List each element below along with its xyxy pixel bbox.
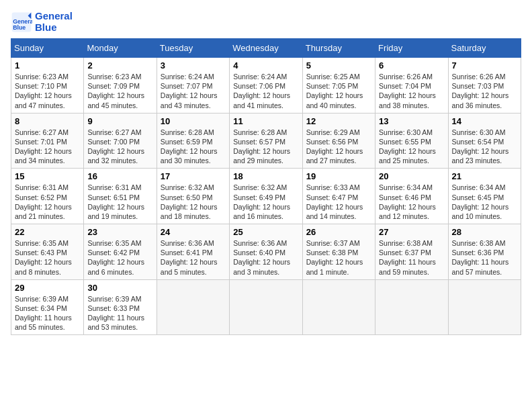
day-number: 25 <box>233 227 298 237</box>
day-number: 20 <box>379 171 444 181</box>
day-info: Sunrise: 6:33 AMSunset: 6:47 PMDaylight:… <box>306 183 371 221</box>
calendar-cell: 4 Sunrise: 6:24 AMSunset: 7:06 PMDayligh… <box>230 58 302 113</box>
day-number: 7 <box>452 60 517 71</box>
calendar-cell: 7 Sunrise: 6:26 AMSunset: 7:03 PMDayligh… <box>448 58 521 113</box>
day-number: 11 <box>233 116 298 126</box>
weekday-header: Wednesday <box>230 39 302 58</box>
day-info: Sunrise: 6:39 AMSunset: 6:33 PMDaylight:… <box>87 294 152 332</box>
svg-text:Blue: Blue <box>13 24 26 31</box>
day-info: Sunrise: 6:28 AMSunset: 6:59 PMDaylight:… <box>161 128 226 166</box>
day-info: Sunrise: 6:34 AMSunset: 6:45 PMDaylight:… <box>452 183 517 221</box>
calendar-cell: 30 Sunrise: 6:39 AMSunset: 6:33 PMDaylig… <box>84 279 157 335</box>
day-info: Sunrise: 6:38 AMSunset: 6:36 PMDaylight:… <box>452 238 517 277</box>
day-info: Sunrise: 6:38 AMSunset: 6:37 PMDaylight:… <box>379 238 444 277</box>
calendar-cell: 3 Sunrise: 6:24 AMSunset: 7:07 PMDayligh… <box>157 58 229 113</box>
calendar-cell: 2 Sunrise: 6:23 AMSunset: 7:09 PMDayligh… <box>84 58 157 113</box>
weekday-header: Sunday <box>11 39 84 58</box>
calendar-cell <box>230 279 302 335</box>
calendar-cell: 1 Sunrise: 6:23 AMSunset: 7:10 PMDayligh… <box>11 58 84 113</box>
day-info: Sunrise: 6:27 AMSunset: 7:00 PMDaylight:… <box>87 128 152 166</box>
day-number: 18 <box>233 171 298 181</box>
calendar-cell: 9 Sunrise: 6:27 AMSunset: 7:00 PMDayligh… <box>84 113 157 169</box>
calendar-cell: 20 Sunrise: 6:34 AMSunset: 6:46 PMDaylig… <box>375 169 448 224</box>
day-number: 26 <box>306 227 371 237</box>
calendar-cell: 29 Sunrise: 6:39 AMSunset: 6:34 PMDaylig… <box>11 279 84 335</box>
calendar-cell: 25 Sunrise: 6:36 AMSunset: 6:40 PMDaylig… <box>230 224 302 280</box>
logo-icon: General Blue <box>11 11 32 33</box>
day-info: Sunrise: 6:23 AMSunset: 7:09 PMDaylight:… <box>87 72 152 110</box>
calendar-cell: 26 Sunrise: 6:37 AMSunset: 6:38 PMDaylig… <box>302 224 375 280</box>
day-info: Sunrise: 6:26 AMSunset: 7:03 PMDaylight:… <box>452 72 517 110</box>
day-info: Sunrise: 6:35 AMSunset: 6:43 PMDaylight:… <box>15 238 80 277</box>
day-number: 27 <box>379 227 444 237</box>
weekday-header: Tuesday <box>157 39 229 58</box>
day-info: Sunrise: 6:32 AMSunset: 6:50 PMDaylight:… <box>161 183 226 221</box>
day-number: 29 <box>15 283 80 293</box>
day-number: 19 <box>306 171 371 181</box>
calendar-table: SundayMondayTuesdayWednesdayThursdayFrid… <box>11 38 521 335</box>
calendar-cell: 24 Sunrise: 6:36 AMSunset: 6:41 PMDaylig… <box>157 224 229 280</box>
calendar-cell: 27 Sunrise: 6:38 AMSunset: 6:37 PMDaylig… <box>375 224 448 280</box>
calendar-cell: 23 Sunrise: 6:35 AMSunset: 6:42 PMDaylig… <box>84 224 157 280</box>
weekday-header: Saturday <box>448 39 521 58</box>
day-number: 14 <box>452 116 517 126</box>
calendar-cell: 5 Sunrise: 6:25 AMSunset: 7:05 PMDayligh… <box>302 58 375 113</box>
day-number: 13 <box>379 116 444 126</box>
day-number: 3 <box>161 60 226 71</box>
day-info: Sunrise: 6:26 AMSunset: 7:04 PMDaylight:… <box>379 72 444 110</box>
page-header: General Blue General Blue <box>11 11 521 33</box>
day-info: Sunrise: 6:30 AMSunset: 6:54 PMDaylight:… <box>452 128 517 166</box>
day-number: 1 <box>15 60 80 71</box>
logo: General Blue General Blue <box>11 11 73 33</box>
day-info: Sunrise: 6:27 AMSunset: 7:01 PMDaylight:… <box>15 128 80 166</box>
day-info: Sunrise: 6:32 AMSunset: 6:49 PMDaylight:… <box>233 183 298 221</box>
calendar-cell: 28 Sunrise: 6:38 AMSunset: 6:36 PMDaylig… <box>448 224 521 280</box>
calendar-cell <box>157 279 229 335</box>
day-info: Sunrise: 6:35 AMSunset: 6:42 PMDaylight:… <box>87 238 152 277</box>
day-number: 16 <box>87 171 152 181</box>
day-info: Sunrise: 6:28 AMSunset: 6:57 PMDaylight:… <box>233 128 298 166</box>
svg-text:General: General <box>13 17 32 24</box>
day-info: Sunrise: 6:31 AMSunset: 6:52 PMDaylight:… <box>15 183 80 221</box>
weekday-header: Monday <box>84 39 157 58</box>
day-number: 5 <box>306 60 371 71</box>
calendar-cell: 11 Sunrise: 6:28 AMSunset: 6:57 PMDaylig… <box>230 113 302 169</box>
calendar-cell <box>375 279 448 335</box>
calendar-cell: 21 Sunrise: 6:34 AMSunset: 6:45 PMDaylig… <box>448 169 521 224</box>
day-info: Sunrise: 6:24 AMSunset: 7:07 PMDaylight:… <box>161 72 226 110</box>
calendar-cell: 13 Sunrise: 6:30 AMSunset: 6:55 PMDaylig… <box>375 113 448 169</box>
logo-text2: Blue <box>35 22 73 34</box>
day-number: 4 <box>233 60 298 71</box>
day-number: 6 <box>379 60 444 71</box>
calendar-cell: 14 Sunrise: 6:30 AMSunset: 6:54 PMDaylig… <box>448 113 521 169</box>
day-number: 23 <box>87 227 152 237</box>
day-number: 9 <box>87 116 152 126</box>
day-number: 28 <box>452 227 517 237</box>
day-info: Sunrise: 6:31 AMSunset: 6:51 PMDaylight:… <box>87 183 152 221</box>
calendar-cell <box>302 279 375 335</box>
calendar-cell: 12 Sunrise: 6:29 AMSunset: 6:56 PMDaylig… <box>302 113 375 169</box>
day-info: Sunrise: 6:36 AMSunset: 6:41 PMDaylight:… <box>161 238 226 277</box>
day-info: Sunrise: 6:23 AMSunset: 7:10 PMDaylight:… <box>15 72 80 110</box>
day-number: 17 <box>161 171 226 181</box>
day-number: 15 <box>15 171 80 181</box>
day-info: Sunrise: 6:34 AMSunset: 6:46 PMDaylight:… <box>379 183 444 221</box>
calendar-cell: 18 Sunrise: 6:32 AMSunset: 6:49 PMDaylig… <box>230 169 302 224</box>
calendar-cell: 19 Sunrise: 6:33 AMSunset: 6:47 PMDaylig… <box>302 169 375 224</box>
day-info: Sunrise: 6:37 AMSunset: 6:38 PMDaylight:… <box>306 238 371 277</box>
day-info: Sunrise: 6:24 AMSunset: 7:06 PMDaylight:… <box>233 72 298 110</box>
day-info: Sunrise: 6:29 AMSunset: 6:56 PMDaylight:… <box>306 128 371 166</box>
calendar-cell: 22 Sunrise: 6:35 AMSunset: 6:43 PMDaylig… <box>11 224 84 280</box>
day-info: Sunrise: 6:39 AMSunset: 6:34 PMDaylight:… <box>15 294 80 332</box>
calendar-cell: 16 Sunrise: 6:31 AMSunset: 6:51 PMDaylig… <box>84 169 157 224</box>
day-number: 12 <box>306 116 371 126</box>
calendar-cell: 17 Sunrise: 6:32 AMSunset: 6:50 PMDaylig… <box>157 169 229 224</box>
day-number: 10 <box>161 116 226 126</box>
day-number: 8 <box>15 116 80 126</box>
calendar-cell <box>448 279 521 335</box>
day-info: Sunrise: 6:36 AMSunset: 6:40 PMDaylight:… <box>233 238 298 277</box>
logo-text: General <box>35 11 73 22</box>
calendar-cell: 10 Sunrise: 6:28 AMSunset: 6:59 PMDaylig… <box>157 113 229 169</box>
calendar-cell: 8 Sunrise: 6:27 AMSunset: 7:01 PMDayligh… <box>11 113 84 169</box>
day-number: 30 <box>87 283 152 293</box>
